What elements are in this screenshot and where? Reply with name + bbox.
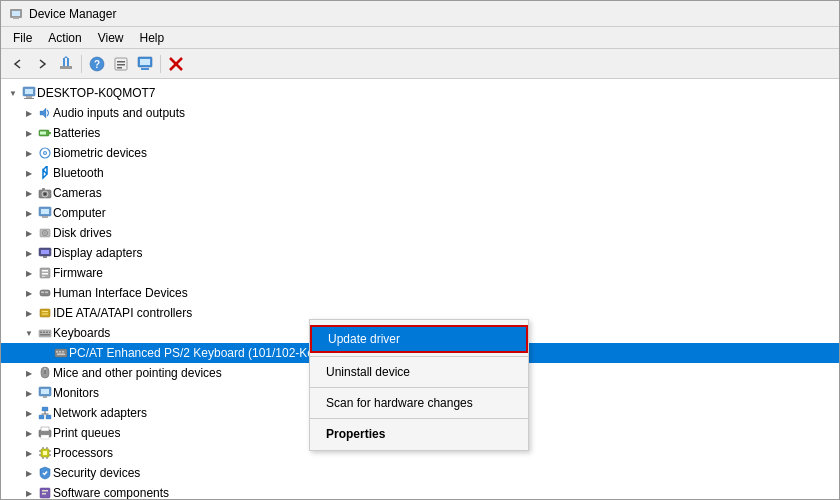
tree-item-biometric-label: Biometric devices — [53, 146, 147, 160]
expand-audio[interactable] — [21, 105, 37, 121]
expand-print[interactable] — [21, 425, 37, 441]
expand-bluetooth[interactable] — [21, 165, 37, 181]
context-menu-scan[interactable]: Scan for hardware changes — [310, 391, 528, 415]
icon-monitors — [37, 385, 53, 401]
expand-ide[interactable] — [21, 305, 37, 321]
toolbar-sep-1 — [81, 55, 82, 73]
tree-item-root[interactable]: DESKTOP-K0QMOT7 — [1, 83, 839, 103]
tree-item-batteries[interactable]: Batteries — [1, 123, 839, 143]
svg-rect-12 — [117, 67, 122, 69]
svg-rect-50 — [42, 311, 48, 312]
svg-rect-60 — [59, 351, 61, 353]
tree-item-ide-label: IDE ATA/ATAPI controllers — [53, 306, 192, 320]
tree-item-computer[interactable]: Computer — [1, 203, 839, 223]
tree-item-security[interactable]: Security devices — [1, 463, 839, 483]
context-menu-sep-2 — [310, 387, 528, 388]
tree-item-hid[interactable]: Human Interface Devices — [1, 283, 839, 303]
expand-biometric[interactable] — [21, 145, 37, 161]
tree-item-hid-label: Human Interface Devices — [53, 286, 188, 300]
svg-rect-20 — [26, 96, 32, 98]
expand-computer[interactable] — [21, 205, 37, 221]
tree-item-disk[interactable]: Disk drives — [1, 223, 839, 243]
svg-rect-44 — [42, 273, 48, 275]
expand-keyboards[interactable] — [21, 325, 37, 341]
expand-security[interactable] — [21, 465, 37, 481]
icon-keyboard-item — [53, 345, 69, 361]
delete-button[interactable] — [165, 53, 187, 75]
icon-ide — [37, 305, 53, 321]
icon-print — [37, 425, 53, 441]
context-menu-properties[interactable]: Properties — [310, 422, 528, 446]
tree-item-disk-label: Disk drives — [53, 226, 112, 240]
tree-item-bluetooth[interactable]: Bluetooth — [1, 163, 839, 183]
context-menu-update-driver[interactable]: Update driver — [310, 325, 528, 353]
main-content: DESKTOP-K0QMOT7 Audio inputs and outputs — [1, 79, 839, 499]
expand-processors[interactable] — [21, 445, 37, 461]
svg-rect-3 — [60, 66, 72, 69]
svg-rect-40 — [41, 250, 49, 254]
svg-point-28 — [44, 152, 46, 154]
svg-rect-45 — [42, 276, 45, 277]
expand-network[interactable] — [21, 405, 37, 421]
svg-rect-52 — [39, 330, 51, 337]
icon-keyboards — [37, 325, 53, 341]
tree-item-biometric[interactable]: Biometric devices — [1, 143, 839, 163]
icon-biometric — [37, 145, 53, 161]
forward-button[interactable] — [31, 53, 53, 75]
icon-computer-group — [37, 205, 53, 221]
menu-help[interactable]: Help — [132, 29, 173, 47]
tree-item-print-label: Print queues — [53, 426, 120, 440]
expand-root[interactable] — [5, 85, 21, 101]
icon-bluetooth — [37, 165, 53, 181]
tree-item-firmware[interactable]: Firmware — [1, 263, 839, 283]
update-driver-button[interactable] — [134, 53, 156, 75]
svg-text:?: ? — [94, 59, 100, 70]
expand-software-comp[interactable] — [21, 485, 37, 499]
tree-item-audio[interactable]: Audio inputs and outputs — [1, 103, 839, 123]
expand-hid[interactable] — [21, 285, 37, 301]
back-button[interactable] — [7, 53, 29, 75]
title-bar-icon — [9, 7, 23, 21]
up-button[interactable] — [55, 53, 77, 75]
tree-item-display[interactable]: Display adapters — [1, 243, 839, 263]
svg-rect-14 — [140, 59, 150, 65]
properties-button[interactable] — [110, 53, 132, 75]
icon-processors — [37, 445, 53, 461]
context-menu-uninstall[interactable]: Uninstall device — [310, 360, 528, 384]
icon-display-adapter — [37, 245, 53, 261]
svg-rect-54 — [43, 332, 45, 334]
svg-rect-59 — [56, 351, 58, 353]
tree-item-audio-label: Audio inputs and outputs — [53, 106, 185, 120]
menu-file[interactable]: File — [5, 29, 40, 47]
icon-audio — [37, 105, 53, 121]
expand-firmware[interactable] — [21, 265, 37, 281]
tree-item-display-label: Display adapters — [53, 246, 142, 260]
svg-rect-49 — [40, 309, 50, 317]
svg-rect-43 — [42, 270, 48, 272]
expand-cameras[interactable] — [21, 185, 37, 201]
menu-action[interactable]: Action — [40, 29, 89, 47]
expand-disk[interactable] — [21, 225, 37, 241]
context-menu-sep-1 — [310, 356, 528, 357]
tree-item-monitors-label: Monitors — [53, 386, 99, 400]
tree-item-batteries-label: Batteries — [53, 126, 100, 140]
menu-view[interactable]: View — [90, 29, 132, 47]
svg-rect-25 — [40, 132, 46, 135]
svg-rect-48 — [45, 292, 48, 294]
svg-rect-47 — [41, 292, 44, 294]
icon-disk — [37, 225, 53, 241]
expand-monitors[interactable] — [21, 385, 37, 401]
tree-item-keyboards-label: Keyboards — [53, 326, 110, 340]
svg-rect-53 — [40, 332, 42, 334]
icon-firmware — [37, 265, 53, 281]
title-bar: Device Manager — [1, 1, 839, 27]
svg-rect-69 — [42, 407, 48, 411]
menu-bar: File Action View Help — [1, 27, 839, 49]
expand-batteries[interactable] — [21, 125, 37, 141]
expand-mice[interactable] — [21, 365, 37, 381]
tree-item-software-comp[interactable]: Software components — [1, 483, 839, 499]
expand-display[interactable] — [21, 245, 37, 261]
tree-item-cameras[interactable]: Cameras — [1, 183, 839, 203]
help-button[interactable]: ? — [86, 53, 108, 75]
tree-item-keyboard-device-label: PC/AT Enhanced PS/2 Keyboard (101/102-Ke… — [69, 346, 324, 360]
